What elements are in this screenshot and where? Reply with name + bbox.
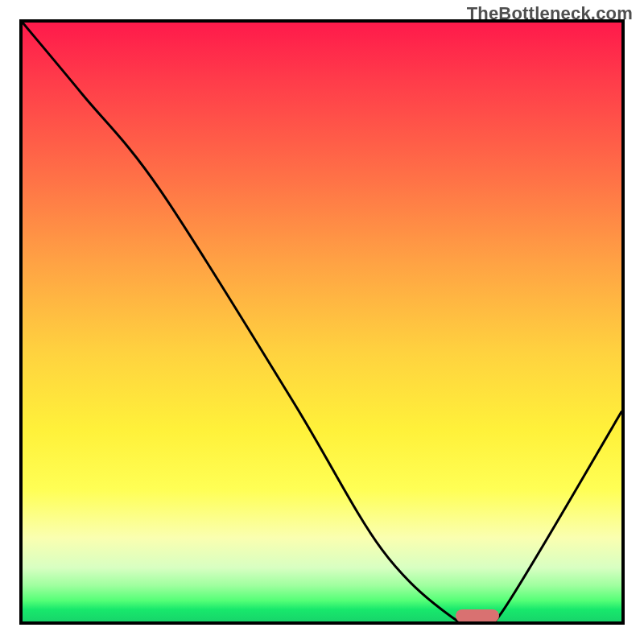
curve-layer	[23, 23, 621, 621]
chart-frame: TheBottleneck.com	[0, 0, 644, 644]
bottleneck-curve-path	[23, 23, 621, 621]
plot-area	[19, 19, 625, 625]
optimum-marker	[456, 609, 499, 622]
watermark-text: TheBottleneck.com	[467, 3, 633, 24]
